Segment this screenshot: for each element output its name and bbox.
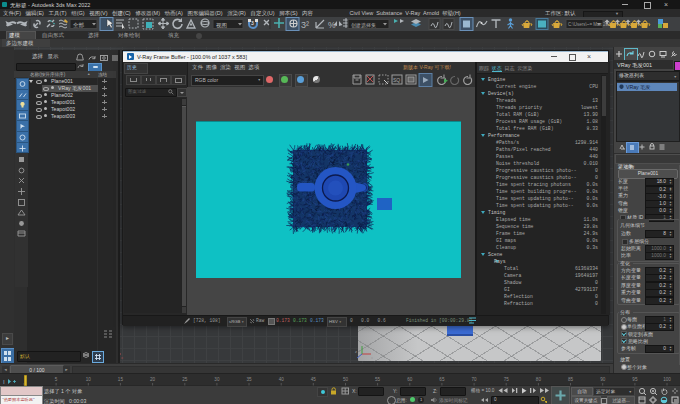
svg-text:25: 25 — [182, 377, 188, 382]
svg-text:50: 50 — [343, 377, 349, 382]
svg-text:45: 45 — [311, 377, 317, 382]
svg-text:35: 35 — [246, 377, 252, 382]
svg-text:40: 40 — [279, 377, 285, 382]
svg-text:15: 15 — [118, 377, 124, 382]
svg-text:90: 90 — [600, 377, 606, 382]
svg-text:z: z — [355, 349, 357, 354]
svg-text:100: 100 — [663, 377, 671, 382]
svg-text:x: x — [371, 355, 373, 360]
svg-text:I: I — [3, 379, 5, 385]
svg-text:视图: 视图 — [216, 22, 227, 29]
svg-text:75: 75 — [504, 377, 510, 382]
svg-text:全部: 全部 — [73, 22, 85, 29]
svg-text:创建选择集: 创建选择集 — [351, 22, 376, 29]
svg-text:70: 70 — [472, 377, 478, 382]
svg-text:55: 55 — [375, 377, 381, 382]
svg-text:10: 10 — [86, 377, 92, 382]
svg-text:80: 80 — [536, 377, 542, 382]
svg-text:SQ: SQ — [393, 77, 400, 83]
svg-text:65: 65 — [439, 377, 445, 382]
svg-text:85: 85 — [568, 377, 574, 382]
svg-text:60: 60 — [407, 377, 413, 382]
svg-text:3²: 3² — [301, 20, 309, 30]
svg-text:20: 20 — [150, 377, 156, 382]
svg-text:95: 95 — [632, 377, 638, 382]
svg-text:5: 5 — [55, 377, 58, 382]
svg-text:x: x — [121, 355, 123, 360]
svg-text:3: 3 — [251, 20, 254, 26]
svg-text:30: 30 — [214, 377, 220, 382]
